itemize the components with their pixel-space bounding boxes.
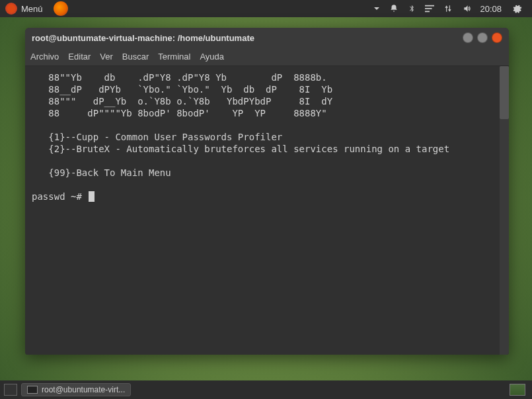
indicator-icon[interactable] xyxy=(425,5,434,13)
minimize-button[interactable] xyxy=(463,32,473,43)
svg-rect-2 xyxy=(425,11,430,13)
ascii-art-line: 88""Yb db .dP"Y8 .dP"Y8 Yb dP 8888b. xyxy=(32,72,327,83)
scrollbar-thumb[interactable] xyxy=(500,66,509,119)
menubar: Archivo Editar Ver Buscar Terminal Ayuda xyxy=(25,48,509,66)
menu-ver[interactable]: Ver xyxy=(100,52,113,62)
top-panel: Menú 20:08 xyxy=(0,0,532,17)
titlebar[interactable]: root@ubuntumate-virtual-machine: /home/u… xyxy=(25,28,509,48)
workspace-switcher[interactable] xyxy=(510,384,525,396)
menu-option-99: {99}-Back To Main Menu xyxy=(32,167,171,178)
menu-option-1: {1}--Cupp - Common User Passwords Profil… xyxy=(32,132,282,142)
cursor-icon xyxy=(89,191,95,202)
bluetooth-icon[interactable] xyxy=(408,4,416,13)
terminal-content[interactable]: 88""Yb db .dP"Y8 .dP"Y8 Yb dP 8888b. 88_… xyxy=(25,66,500,355)
dropdown-icon[interactable] xyxy=(373,5,380,12)
prompt: passwd ~# xyxy=(32,191,87,202)
maximize-button[interactable] xyxy=(477,32,488,43)
ubuntu-logo-icon[interactable] xyxy=(5,3,17,15)
taskbar-item-label: root@ubuntumate-virt... xyxy=(42,385,125,394)
clock[interactable]: 20:08 xyxy=(480,4,502,14)
network-icon[interactable] xyxy=(443,4,453,13)
bottom-panel: root@ubuntumate-virt... xyxy=(0,380,532,399)
terminal-icon xyxy=(27,386,38,394)
svg-rect-1 xyxy=(425,8,432,9)
ascii-art-line: 88 dP""""Yb 8bodP' 8bodP' YP YP 8888Y" xyxy=(32,108,327,118)
menu-option-2: {2}--BruteX - Automatically bruteforces … xyxy=(32,144,449,154)
terminal-body: 88""Yb db .dP"Y8 .dP"Y8 Yb dP 8888b. 88_… xyxy=(25,66,509,355)
menu-editar[interactable]: Editar xyxy=(68,52,91,62)
menu-buscar[interactable]: Buscar xyxy=(122,52,149,62)
bell-icon[interactable] xyxy=(389,4,399,13)
firefox-icon[interactable] xyxy=(54,1,68,16)
ascii-art-line: 88__dP dPYb `Ybo." `Ybo." Yb db dP 8I Yb xyxy=(32,84,332,95)
menu-terminal[interactable]: Terminal xyxy=(158,52,190,62)
terminal-window: root@ubuntumate-virtual-machine: /home/u… xyxy=(25,28,509,355)
ascii-art-line: 88""" dP__Yb o.`Y8b o.`Y8b YbdPYbdP 8I d… xyxy=(32,96,332,107)
close-button[interactable] xyxy=(492,32,502,43)
taskbar-item-terminal[interactable]: root@ubuntumate-virt... xyxy=(21,383,131,396)
menu-archivo[interactable]: Archivo xyxy=(30,52,59,62)
menu-ayuda[interactable]: Ayuda xyxy=(200,52,224,62)
svg-rect-0 xyxy=(425,5,434,7)
volume-icon[interactable] xyxy=(462,4,473,13)
gear-icon[interactable] xyxy=(512,3,522,14)
menu-button[interactable]: Menú xyxy=(21,4,43,14)
scrollbar[interactable] xyxy=(500,66,509,355)
window-title: root@ubuntumate-virtual-machine: /home/u… xyxy=(32,33,459,43)
show-desktop-button[interactable] xyxy=(4,384,17,396)
